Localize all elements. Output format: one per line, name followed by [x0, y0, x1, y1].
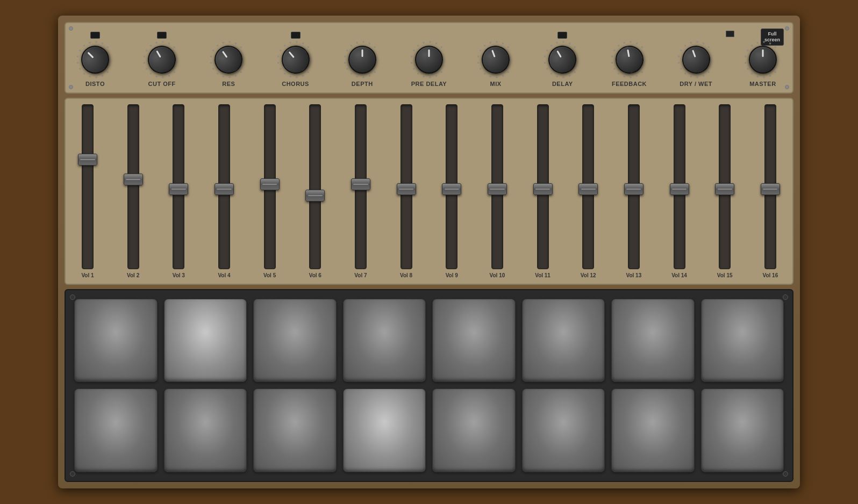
svg-point-112	[641, 71, 643, 74]
svg-point-90	[477, 62, 480, 64]
fader-track-vol15[interactable]	[711, 104, 738, 269]
fader-track-vol16[interactable]	[757, 104, 784, 269]
svg-point-56	[374, 71, 376, 74]
fader-container-vol12: Vol 12	[575, 104, 602, 278]
pad-pad3[interactable]	[253, 299, 337, 383]
svg-point-75	[413, 68, 415, 70]
fader-track-vol12[interactable]	[575, 104, 602, 269]
fader-track-vol7[interactable]	[347, 104, 374, 269]
knob-feedback[interactable]	[611, 41, 648, 78]
svg-point-146	[745, 62, 747, 64]
fader-track-vol9[interactable]	[438, 104, 465, 269]
svg-point-142	[763, 76, 765, 78]
svg-point-92	[480, 49, 482, 52]
pad-pad14[interactable]	[522, 388, 605, 472]
svg-point-131	[680, 68, 682, 70]
knob-res[interactable]	[210, 41, 247, 78]
knob-body-master[interactable]	[749, 46, 777, 74]
fader-label-vol12: Vol 12	[581, 272, 596, 278]
pad-pad5[interactable]	[432, 299, 516, 383]
knob-disto[interactable]	[76, 41, 114, 78]
svg-point-12	[102, 42, 104, 45]
svg-point-25	[162, 41, 164, 43]
svg-point-89	[480, 68, 482, 70]
svg-point-110	[569, 42, 571, 45]
svg-point-55	[307, 46, 309, 48]
svg-point-19	[146, 68, 148, 70]
svg-point-106	[546, 49, 548, 52]
fader-track-vol11[interactable]	[530, 104, 556, 269]
pad-pad16[interactable]	[701, 388, 784, 472]
svg-point-120	[613, 49, 616, 52]
pad-pad7[interactable]	[611, 299, 695, 383]
svg-point-145	[747, 68, 749, 70]
svg-point-97	[507, 46, 510, 48]
pad-pad6[interactable]	[522, 299, 605, 383]
knob-pre-delay[interactable]	[410, 41, 448, 78]
fader-track-vol3[interactable]	[165, 104, 192, 269]
pads-grid	[74, 299, 784, 473]
pad-pad9[interactable]	[74, 388, 158, 472]
pad-pad12[interactable]	[343, 388, 426, 472]
svg-point-11	[95, 41, 97, 43]
fader-track-vol2[interactable]	[120, 104, 147, 269]
pad-pad11[interactable]	[253, 388, 337, 472]
knob-master[interactable]	[744, 41, 782, 78]
knob-body-depth[interactable]	[348, 46, 376, 74]
svg-point-18	[150, 73, 152, 75]
corner-screw-bl	[70, 471, 75, 477]
knob-chorus[interactable]	[277, 41, 314, 78]
svg-point-109	[563, 41, 565, 43]
knob-label-pre-delay: PRE DELAY	[411, 81, 447, 87]
pad-pad4[interactable]	[343, 299, 426, 383]
svg-point-31	[223, 76, 225, 78]
svg-point-69	[374, 46, 376, 48]
pad-pad10[interactable]	[164, 388, 247, 472]
pad-pad1[interactable]	[74, 299, 158, 383]
svg-point-28	[240, 71, 242, 74]
svg-point-81	[429, 41, 431, 43]
svg-point-21	[144, 55, 146, 57]
led-cutoff[interactable]	[157, 32, 167, 39]
knob-dry-wet[interactable]	[677, 41, 715, 78]
fader-container-vol13: Vol 13	[620, 104, 647, 278]
knob-container-disto: DISTO	[76, 32, 114, 87]
knob-mix[interactable]	[477, 41, 514, 78]
led-chorus[interactable]	[291, 32, 301, 39]
fader-track-vol14[interactable]	[666, 104, 693, 269]
fader-track-vol4[interactable]	[211, 104, 238, 269]
led-delay[interactable]	[557, 32, 567, 39]
fader-track-vol5[interactable]	[256, 104, 283, 269]
pad-pad13[interactable]	[432, 388, 516, 472]
svg-point-17	[156, 76, 158, 78]
pad-pad15[interactable]	[611, 388, 695, 472]
svg-point-100	[563, 76, 565, 78]
fader-track-vol8[interactable]	[393, 104, 420, 269]
svg-point-91	[477, 55, 480, 57]
svg-point-79	[417, 45, 419, 47]
svg-point-104	[544, 62, 546, 64]
svg-point-74	[417, 73, 419, 75]
svg-point-85	[502, 75, 504, 77]
sync-led[interactable]	[726, 31, 734, 37]
pad-pad8[interactable]	[701, 299, 784, 383]
led-disto[interactable]	[90, 32, 100, 39]
svg-point-32	[217, 73, 219, 75]
knob-container-pre-delay: PRE DELAY	[410, 32, 448, 87]
svg-point-8	[79, 49, 81, 52]
knob-container-feedback: FEEDBACK	[611, 32, 648, 87]
svg-point-59	[356, 76, 358, 78]
svg-point-126	[707, 71, 710, 74]
fader-track-vol1[interactable]	[74, 104, 101, 269]
panel-screw-tr	[785, 26, 789, 31]
knob-delay[interactable]	[544, 41, 581, 78]
svg-point-41	[240, 46, 242, 48]
fader-track-vol6[interactable]	[302, 104, 328, 269]
knob-body-pre-delay[interactable]	[415, 46, 443, 74]
pad-pad2[interactable]	[164, 299, 247, 383]
knob-cutoff[interactable]	[143, 41, 181, 78]
fader-label-vol8: Vol 8	[400, 272, 412, 278]
fader-track-vol13[interactable]	[620, 104, 647, 269]
fader-track-vol10[interactable]	[484, 104, 511, 269]
knob-depth[interactable]	[344, 41, 381, 78]
